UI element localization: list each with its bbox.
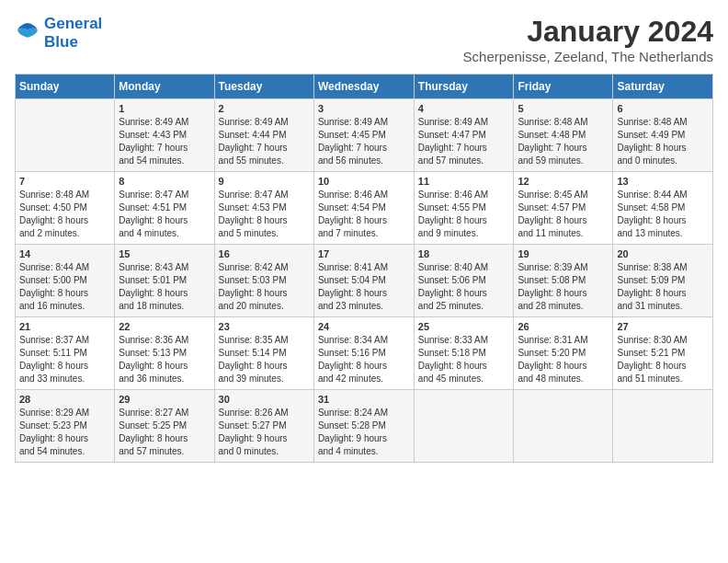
day-number: 7 bbox=[19, 176, 110, 187]
cell-content: Sunrise: 8:41 AM Sunset: 5:04 PM Dayligh… bbox=[318, 261, 410, 313]
cell-content: Sunrise: 8:48 AM Sunset: 4:50 PM Dayligh… bbox=[19, 189, 110, 240]
cell-content: Sunrise: 8:46 AM Sunset: 4:55 PM Dayligh… bbox=[418, 189, 510, 240]
calendar-header-row: SundayMondayTuesdayWednesdayThursdayFrid… bbox=[16, 75, 713, 99]
cell-content: Sunrise: 8:26 AM Sunset: 5:27 PM Dayligh… bbox=[219, 407, 310, 458]
column-header-tuesday: Tuesday bbox=[214, 75, 313, 99]
column-header-saturday: Saturday bbox=[613, 75, 713, 99]
calendar-cell: 14Sunrise: 8:44 AM Sunset: 5:00 PM Dayli… bbox=[16, 245, 115, 317]
day-number: 25 bbox=[418, 321, 510, 332]
calendar-cell bbox=[514, 390, 613, 463]
calendar-cell: 31Sunrise: 8:24 AM Sunset: 5:28 PM Dayli… bbox=[313, 390, 414, 463]
day-number: 10 bbox=[318, 176, 410, 187]
calendar-week-3: 14Sunrise: 8:44 AM Sunset: 5:00 PM Dayli… bbox=[16, 245, 713, 317]
cell-content: Sunrise: 8:40 AM Sunset: 5:06 PM Dayligh… bbox=[418, 261, 510, 313]
calendar-cell: 5Sunrise: 8:48 AM Sunset: 4:48 PM Daylig… bbox=[514, 99, 613, 172]
title-block: January 2024 Scherpenisse, Zeeland, The … bbox=[463, 15, 713, 64]
cell-content: Sunrise: 8:48 AM Sunset: 4:49 PM Dayligh… bbox=[617, 116, 709, 167]
day-number: 17 bbox=[318, 248, 410, 259]
calendar-cell: 19Sunrise: 8:39 AM Sunset: 5:08 PM Dayli… bbox=[514, 245, 613, 317]
day-number: 31 bbox=[318, 394, 410, 405]
day-number: 3 bbox=[318, 103, 410, 114]
calendar-cell: 13Sunrise: 8:44 AM Sunset: 4:58 PM Dayli… bbox=[613, 172, 713, 245]
cell-content: Sunrise: 8:48 AM Sunset: 4:48 PM Dayligh… bbox=[518, 116, 609, 167]
cell-content: Sunrise: 8:49 AM Sunset: 4:47 PM Dayligh… bbox=[418, 116, 510, 167]
day-number: 26 bbox=[518, 321, 609, 332]
calendar-cell: 29Sunrise: 8:27 AM Sunset: 5:25 PM Dayli… bbox=[115, 390, 214, 463]
calendar-cell: 26Sunrise: 8:31 AM Sunset: 5:20 PM Dayli… bbox=[514, 317, 613, 390]
day-number: 1 bbox=[119, 103, 210, 114]
calendar-cell: 9Sunrise: 8:47 AM Sunset: 4:53 PM Daylig… bbox=[214, 172, 313, 245]
calendar-cell bbox=[414, 390, 514, 463]
day-number: 30 bbox=[219, 394, 310, 405]
cell-content: Sunrise: 8:35 AM Sunset: 5:14 PM Dayligh… bbox=[219, 334, 310, 385]
calendar-cell: 22Sunrise: 8:36 AM Sunset: 5:13 PM Dayli… bbox=[115, 317, 214, 390]
calendar-cell: 23Sunrise: 8:35 AM Sunset: 5:14 PM Dayli… bbox=[214, 317, 313, 390]
day-number: 23 bbox=[219, 321, 310, 332]
cell-content: Sunrise: 8:37 AM Sunset: 5:11 PM Dayligh… bbox=[19, 334, 110, 385]
day-number: 16 bbox=[219, 248, 310, 259]
cell-content: Sunrise: 8:43 AM Sunset: 5:01 PM Dayligh… bbox=[119, 261, 210, 313]
cell-content: Sunrise: 8:45 AM Sunset: 4:57 PM Dayligh… bbox=[518, 189, 609, 240]
cell-content: Sunrise: 8:38 AM Sunset: 5:09 PM Dayligh… bbox=[617, 261, 709, 313]
day-number: 14 bbox=[19, 248, 110, 259]
calendar-cell: 21Sunrise: 8:37 AM Sunset: 5:11 PM Dayli… bbox=[16, 317, 115, 390]
calendar-week-1: 1Sunrise: 8:49 AM Sunset: 4:43 PM Daylig… bbox=[16, 99, 713, 172]
day-number: 12 bbox=[518, 176, 609, 187]
cell-content: Sunrise: 8:46 AM Sunset: 4:54 PM Dayligh… bbox=[318, 189, 410, 240]
column-header-thursday: Thursday bbox=[414, 75, 514, 99]
calendar-cell bbox=[16, 99, 115, 172]
day-number: 19 bbox=[518, 248, 609, 259]
calendar-cell: 25Sunrise: 8:33 AM Sunset: 5:18 PM Dayli… bbox=[414, 317, 514, 390]
calendar-cell: 28Sunrise: 8:29 AM Sunset: 5:23 PM Dayli… bbox=[16, 390, 115, 463]
calendar-cell: 27Sunrise: 8:30 AM Sunset: 5:21 PM Dayli… bbox=[613, 317, 713, 390]
calendar-cell: 24Sunrise: 8:34 AM Sunset: 5:16 PM Dayli… bbox=[313, 317, 414, 390]
day-number: 29 bbox=[119, 394, 210, 405]
calendar-cell: 7Sunrise: 8:48 AM Sunset: 4:50 PM Daylig… bbox=[16, 172, 115, 245]
day-number: 21 bbox=[19, 321, 110, 332]
day-number: 6 bbox=[617, 103, 709, 114]
calendar-table: SundayMondayTuesdayWednesdayThursdayFrid… bbox=[15, 74, 713, 463]
calendar-cell: 2Sunrise: 8:49 AM Sunset: 4:44 PM Daylig… bbox=[214, 99, 313, 172]
column-header-monday: Monday bbox=[115, 75, 214, 99]
cell-content: Sunrise: 8:42 AM Sunset: 5:03 PM Dayligh… bbox=[219, 261, 310, 313]
day-number: 24 bbox=[318, 321, 410, 332]
cell-content: Sunrise: 8:44 AM Sunset: 4:58 PM Dayligh… bbox=[617, 189, 709, 240]
day-number: 15 bbox=[119, 248, 210, 259]
calendar-cell: 10Sunrise: 8:46 AM Sunset: 4:54 PM Dayli… bbox=[313, 172, 414, 245]
calendar-cell: 18Sunrise: 8:40 AM Sunset: 5:06 PM Dayli… bbox=[414, 245, 514, 317]
column-header-wednesday: Wednesday bbox=[313, 75, 414, 99]
calendar-week-2: 7Sunrise: 8:48 AM Sunset: 4:50 PM Daylig… bbox=[16, 172, 713, 245]
day-number: 22 bbox=[119, 321, 210, 332]
calendar-cell: 16Sunrise: 8:42 AM Sunset: 5:03 PM Dayli… bbox=[214, 245, 313, 317]
day-number: 4 bbox=[418, 103, 510, 114]
cell-content: Sunrise: 8:31 AM Sunset: 5:20 PM Dayligh… bbox=[518, 334, 609, 385]
cell-content: Sunrise: 8:47 AM Sunset: 4:53 PM Dayligh… bbox=[219, 189, 310, 240]
cell-content: Sunrise: 8:29 AM Sunset: 5:23 PM Dayligh… bbox=[19, 407, 110, 458]
calendar-cell: 12Sunrise: 8:45 AM Sunset: 4:57 PM Dayli… bbox=[514, 172, 613, 245]
day-number: 5 bbox=[518, 103, 609, 114]
calendar-cell: 15Sunrise: 8:43 AM Sunset: 5:01 PM Dayli… bbox=[115, 245, 214, 317]
day-number: 11 bbox=[418, 176, 510, 187]
cell-content: Sunrise: 8:30 AM Sunset: 5:21 PM Dayligh… bbox=[617, 334, 709, 385]
logo-icon bbox=[15, 20, 40, 46]
page-subtitle: Scherpenisse, Zeeland, The Netherlands bbox=[463, 49, 713, 64]
day-number: 28 bbox=[19, 394, 110, 405]
cell-content: Sunrise: 8:49 AM Sunset: 4:45 PM Dayligh… bbox=[318, 116, 410, 167]
column-header-friday: Friday bbox=[514, 75, 613, 99]
day-number: 20 bbox=[617, 248, 709, 259]
cell-content: Sunrise: 8:34 AM Sunset: 5:16 PM Dayligh… bbox=[318, 334, 410, 385]
cell-content: Sunrise: 8:49 AM Sunset: 4:44 PM Dayligh… bbox=[219, 116, 310, 167]
calendar-cell: 1Sunrise: 8:49 AM Sunset: 4:43 PM Daylig… bbox=[115, 99, 214, 172]
day-number: 8 bbox=[119, 176, 210, 187]
cell-content: Sunrise: 8:39 AM Sunset: 5:08 PM Dayligh… bbox=[518, 261, 609, 313]
day-number: 9 bbox=[219, 176, 310, 187]
calendar-body: 1Sunrise: 8:49 AM Sunset: 4:43 PM Daylig… bbox=[16, 99, 713, 463]
logo-text: General Blue bbox=[44, 15, 102, 52]
cell-content: Sunrise: 8:44 AM Sunset: 5:00 PM Dayligh… bbox=[19, 261, 110, 313]
cell-content: Sunrise: 8:36 AM Sunset: 5:13 PM Dayligh… bbox=[119, 334, 210, 385]
calendar-week-4: 21Sunrise: 8:37 AM Sunset: 5:11 PM Dayli… bbox=[16, 317, 713, 390]
calendar-cell: 17Sunrise: 8:41 AM Sunset: 5:04 PM Dayli… bbox=[313, 245, 414, 317]
logo: General Blue bbox=[15, 15, 102, 52]
cell-content: Sunrise: 8:24 AM Sunset: 5:28 PM Dayligh… bbox=[318, 407, 410, 458]
calendar-cell bbox=[613, 390, 713, 463]
